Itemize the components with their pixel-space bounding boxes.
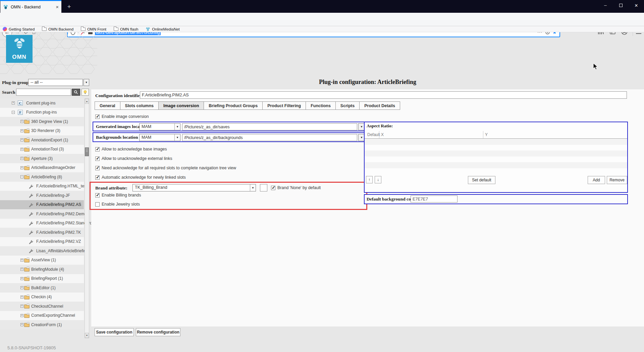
- tree-item-briefingreport-1[interactable]: +BriefingReport (1): [0, 274, 84, 283]
- tree-item-assetview-1[interactable]: +AssetView (1): [0, 256, 84, 265]
- tree-item-content-plug-ins[interactable]: +CContent plug-ins: [0, 98, 84, 108]
- tree-item-annotationtool-3[interactable]: +AnnotationTool (3): [0, 145, 84, 154]
- hint-button[interactable]: [82, 89, 89, 96]
- save-configuration-button[interactable]: Save configuration: [95, 328, 134, 336]
- backgrounds-source-select[interactable]: MAM ▼: [139, 134, 180, 141]
- minimize-button[interactable]: ─: [598, 0, 613, 11]
- option-row[interactable]: Allow to acknowledge base images: [95, 147, 167, 151]
- tree-item-f-articlebriefing-pim2-vz[interactable]: F.ArticleBriefing.PIM2.VZ: [0, 237, 84, 247]
- tree-item-f-articlebriefing-pim2-as[interactable]: F.ArticleBriefing.PIM2.AS: [0, 200, 84, 210]
- bookmark-item[interactable]: OMN flash: [114, 27, 138, 31]
- scrollbar-thumb[interactable]: [85, 147, 89, 156]
- bookmark-item[interactable]: OMN Front: [81, 27, 106, 31]
- expand-icon[interactable]: +: [20, 157, 23, 160]
- tree-item-f-articlebriefing-pim2-demo[interactable]: F.ArticleBriefing.PIM2.Demo: [0, 209, 84, 219]
- chevron-down-icon[interactable]: ▼: [250, 184, 256, 191]
- tree-item-360-degree-view-1[interactable]: +360 Degree View (1): [0, 117, 84, 126]
- new-tab-button[interactable]: +: [64, 3, 74, 11]
- expand-icon[interactable]: +: [20, 138, 23, 141]
- billing-brands-row[interactable]: Enable Billing brands: [95, 193, 141, 197]
- option-row[interactable]: Allow to unacknowledge external links: [95, 156, 172, 161]
- option-checkbox[interactable]: [95, 175, 100, 180]
- option-row[interactable]: Automatic acknowledge for newly linked s…: [95, 175, 186, 180]
- expand-icon[interactable]: +: [20, 166, 23, 169]
- tree-item-lisas-affinit-tsarticlebriefing[interactable]: Lisas_AffinitätsArticleBriefing: [0, 246, 84, 256]
- enable-image-conversion-checkbox[interactable]: [95, 115, 100, 119]
- tree-item-f-articlebriefing-pim2-tk[interactable]: F.ArticleBriefing.PIM2.TK: [0, 228, 84, 237]
- tab-product-filtering[interactable]: Product Filtering: [262, 101, 306, 110]
- tree-item-3d-renderer-3[interactable]: +3D Renderer (3): [0, 126, 84, 136]
- option-checkbox[interactable]: [95, 157, 100, 161]
- brand-none-row[interactable]: Brand 'None' by default: [271, 185, 321, 190]
- bookmark-item[interactable]: OnlineMediaNet: [146, 27, 179, 32]
- tab-image-conversion[interactable]: Image conversion: [158, 101, 204, 110]
- option-row[interactable]: Need acknowledge for all required slots …: [95, 166, 236, 170]
- expand-icon[interactable]: +: [20, 268, 23, 271]
- aspect-move-down-button[interactable]: ↓: [375, 176, 381, 183]
- remove-button[interactable]: Remove: [607, 176, 627, 184]
- config-identifier-input[interactable]: [140, 91, 627, 99]
- generated-images-path-input[interactable]: [182, 123, 357, 130]
- add-button[interactable]: Add: [588, 176, 605, 184]
- plugin-group-dropdown-button[interactable]: ▼: [84, 79, 89, 86]
- scroll-down-button[interactable]: ▼: [85, 333, 89, 338]
- tree-item-annotationexport-1[interactable]: +AnnotationExport (1): [0, 135, 84, 145]
- expand-icon[interactable]: +: [12, 101, 15, 104]
- option-checkbox[interactable]: [95, 147, 100, 151]
- generated-images-source-select[interactable]: MAM ▼: [139, 123, 180, 130]
- expand-icon[interactable]: +: [20, 314, 23, 317]
- expand-icon[interactable]: +: [20, 277, 23, 280]
- default-background-color-input[interactable]: [411, 195, 458, 203]
- search-button[interactable]: [72, 89, 80, 96]
- expand-icon[interactable]: +: [20, 148, 23, 151]
- scroll-up-button[interactable]: ▲: [85, 99, 89, 104]
- brand-extra-box[interactable]: [260, 184, 267, 191]
- brand-attribute-select[interactable]: TK_Billing_Brand ▼: [132, 184, 256, 191]
- tree-item-f-articlebriefing-jf[interactable]: F.ArticleBriefing-JF: [0, 191, 84, 200]
- tree-item-function-plug-ins[interactable]: −FFunction plug-ins: [0, 108, 84, 117]
- tab-general[interactable]: General: [95, 101, 120, 110]
- browser-tab[interactable]: OMN - Backend ×: [0, 1, 61, 13]
- expand-icon[interactable]: +: [20, 259, 23, 262]
- tree-item-checkoutchannel[interactable]: +CheckoutChannel: [0, 302, 84, 311]
- enable-image-conversion-row[interactable]: Enable image conversion: [95, 114, 149, 119]
- backgrounds-path-input[interactable]: [182, 134, 357, 141]
- tree-item-briefingmodule-4[interactable]: +BriefingModule (4): [0, 265, 84, 274]
- aspect-move-up-button[interactable]: ↑: [366, 176, 373, 183]
- expand-icon[interactable]: +: [20, 296, 23, 299]
- tab-slots-columns[interactable]: Slots columns: [120, 101, 159, 110]
- close-button[interactable]: ✕: [629, 0, 644, 11]
- tree-item-cometexportingchannel[interactable]: +CometExportingChannel: [0, 311, 84, 320]
- tree-scrollbar[interactable]: ▲ ▼: [85, 98, 89, 338]
- bookmark-item[interactable]: Getting Started: [3, 27, 35, 31]
- collapse-icon[interactable]: −: [12, 111, 15, 114]
- tree-item-articlebriefing-8[interactable]: −ArticleBriefing (8): [0, 172, 84, 182]
- jewelry-slots-row[interactable]: Enable Jewelry slots: [95, 202, 140, 207]
- tab-close-icon[interactable]: ×: [56, 4, 59, 10]
- tab-briefing-product-groups[interactable]: Briefing Product Groups: [204, 101, 263, 110]
- plugin-group-select[interactable]: -- all --: [28, 79, 83, 86]
- tree-item-checkin-4[interactable]: +Checkin (4): [0, 293, 84, 302]
- expand-icon[interactable]: +: [20, 286, 23, 289]
- expand-icon[interactable]: +: [20, 120, 23, 123]
- tree-item-creationform-1[interactable]: +CreationForm (1): [0, 320, 84, 329]
- tree-item-articlebasedimageorder[interactable]: +ArticleBasedImageOrder: [0, 163, 84, 173]
- expand-icon[interactable]: +: [20, 305, 23, 308]
- search-input[interactable]: [16, 89, 71, 96]
- billing-brands-checkbox[interactable]: [95, 193, 100, 197]
- tab-product-details[interactable]: Product Details: [359, 101, 400, 110]
- tree-item-bulkeditor-1[interactable]: +BulkEditor (1): [0, 283, 84, 293]
- jewelry-slots-checkbox[interactable]: [95, 202, 100, 207]
- option-checkbox[interactable]: [95, 166, 100, 170]
- expand-icon[interactable]: +: [20, 323, 23, 326]
- brand-none-checkbox[interactable]: [271, 186, 275, 190]
- tree-item-f-articlebriefing-pim2-standard[interactable]: F.ArticleBriefing.PIM2.Standard.: [0, 219, 84, 228]
- chevron-down-icon[interactable]: ▼: [174, 134, 180, 141]
- tab-functions[interactable]: Functions: [306, 101, 336, 110]
- tab-scripts[interactable]: Scripts: [335, 101, 360, 110]
- set-default-button[interactable]: Set default: [468, 176, 495, 184]
- remove-configuration-button[interactable]: Remove configuration: [136, 328, 180, 336]
- collapse-icon[interactable]: −: [20, 175, 23, 178]
- bookmark-item[interactable]: OMN Backend: [42, 27, 73, 31]
- tree-item-aperture-3[interactable]: +Aperture (3): [0, 154, 84, 163]
